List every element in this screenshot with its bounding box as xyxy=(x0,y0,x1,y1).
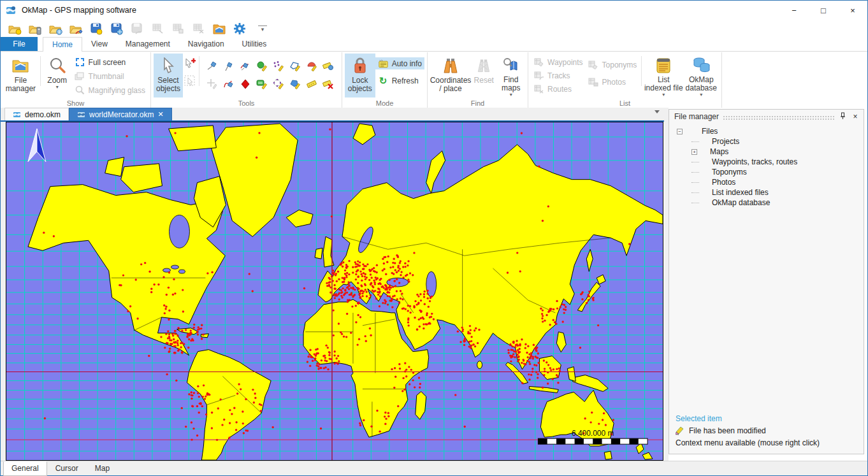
grid-3-icon[interactable] xyxy=(191,21,207,36)
status-tab-map[interactable]: Map xyxy=(87,461,118,476)
doc-icon xyxy=(77,111,85,119)
draw-polygon-icon[interactable] xyxy=(287,57,303,75)
close-button[interactable]: × xyxy=(838,1,867,20)
tracks-button[interactable]: Tracks xyxy=(531,69,586,82)
rect-select-icon[interactable] xyxy=(183,74,197,88)
pencil-icon xyxy=(676,426,684,435)
close-tab-icon[interactable]: ✕ xyxy=(157,110,163,119)
tree-item[interactable]: OkMap database xyxy=(669,198,864,208)
status-tab-cursor[interactable]: Cursor xyxy=(47,461,87,476)
delete-measure-icon[interactable] xyxy=(320,75,336,93)
title-bar: OkMap - GPS mapping software − □ × xyxy=(1,1,867,20)
draw-sector-icon[interactable] xyxy=(303,57,320,75)
folder-home-icon[interactable] xyxy=(211,21,228,36)
routes-button[interactable]: Routes xyxy=(531,83,586,95)
draw-shape-icon[interactable] xyxy=(287,75,303,93)
tree-item[interactable]: List indexed files xyxy=(669,187,864,198)
zoom-magnifier-icon xyxy=(48,56,66,75)
draw-track-icon[interactable] xyxy=(221,75,237,93)
tree-item-label[interactable]: OkMap database xyxy=(712,198,770,207)
okmap-database-button[interactable]: OkMap database ▾ xyxy=(683,54,719,97)
toponyms-button[interactable]: Toponyms xyxy=(586,59,640,71)
group-label-show: Show xyxy=(1,99,150,107)
measure-line-icon[interactable] xyxy=(204,57,221,75)
group-find: Coordinates / place Reset Find maps ▾ Fi… xyxy=(428,52,528,108)
select-objects-button[interactable]: Select objects xyxy=(154,54,183,97)
zoom-button[interactable]: Zoom ▾ xyxy=(43,54,72,97)
map-canvas[interactable]: 6.400.000 m xyxy=(6,122,663,460)
tab-list-chevron-icon[interactable] xyxy=(655,110,660,113)
tab-utilities[interactable]: Utilities xyxy=(233,37,276,51)
document-tab-strip: demo.okm worldMercator.okm ✕ xyxy=(1,108,669,122)
tree-item-label[interactable]: Files xyxy=(702,127,718,136)
tree-item-label[interactable]: Toponyms xyxy=(712,168,747,177)
status-tab-general[interactable]: General xyxy=(3,461,47,476)
tab-view[interactable]: View xyxy=(82,37,117,51)
settings-gear-icon[interactable] xyxy=(231,21,248,36)
auto-info-button[interactable]: Auto info xyxy=(375,57,424,69)
tree-item[interactable]: Photos xyxy=(669,177,864,187)
tree-item[interactable]: Toponyms xyxy=(669,167,864,177)
add-select-icon[interactable] xyxy=(183,56,197,70)
tree-item-label[interactable]: Maps xyxy=(710,147,728,156)
tree-item-label[interactable]: Photos xyxy=(712,178,735,187)
tree-item[interactable]: Waypoints, tracks, routes xyxy=(669,157,864,167)
reset-button[interactable]: Reset xyxy=(471,54,497,97)
tab-home[interactable]: Home xyxy=(43,37,82,52)
tree-item[interactable]: −Files xyxy=(669,126,864,136)
open-project-icon[interactable] xyxy=(7,21,24,36)
binoculars-icon xyxy=(441,56,460,75)
doc-tab-demo[interactable]: demo.okm xyxy=(4,108,69,120)
draw-route-icon[interactable] xyxy=(237,57,254,75)
move-crosshair-icon[interactable] xyxy=(204,75,221,93)
waypoint-flag-icon[interactable] xyxy=(221,57,237,75)
tree-item-label[interactable]: Projects xyxy=(712,137,739,146)
grid-2-icon[interactable] xyxy=(170,21,187,36)
save-track-icon[interactable] xyxy=(129,21,146,36)
photos-button[interactable]: Photos xyxy=(586,76,640,88)
waypoints-button[interactable]: Waypoints xyxy=(531,56,586,68)
draw-circle-icon[interactable] xyxy=(270,75,287,93)
binoculars-gray-icon xyxy=(475,56,492,75)
save-web-icon[interactable] xyxy=(109,21,126,36)
close-panel-icon[interactable]: × xyxy=(851,112,860,121)
pin-icon[interactable] xyxy=(838,112,847,122)
expand-icon[interactable]: + xyxy=(691,149,697,155)
doc-tab-worldmercator[interactable]: worldMercator.okm ✕ xyxy=(69,108,172,120)
modified-text: File has been modified xyxy=(689,426,766,435)
coordinates-place-button[interactable]: Coordinates / place xyxy=(430,54,471,97)
file-manager-button[interactable]: File manager xyxy=(3,54,38,97)
tab-file[interactable]: File xyxy=(1,37,38,51)
maximize-button[interactable]: □ xyxy=(809,1,838,20)
tree-item[interactable]: Projects xyxy=(669,136,864,147)
open-web-icon[interactable] xyxy=(48,21,64,36)
collapse-icon[interactable]: − xyxy=(677,129,683,134)
tracks-icon xyxy=(533,70,544,81)
magnifying-glass-button[interactable]: Magnifying glass xyxy=(72,84,148,96)
save-waypoint-icon[interactable] xyxy=(89,21,105,36)
measure-ruler-icon[interactable] xyxy=(320,57,336,75)
draw-area-icon[interactable] xyxy=(254,57,270,75)
open-track-icon[interactable] xyxy=(68,21,85,36)
refresh-button[interactable]: ↻ Refresh xyxy=(375,75,424,87)
customize-chevron-icon[interactable]: ▾ xyxy=(258,25,267,32)
full-screen-button[interactable]: Full screen xyxy=(72,56,148,68)
tree-item-label[interactable]: List indexed files xyxy=(712,188,769,197)
list-indexed-file-button[interactable]: List indexed file ▾ xyxy=(644,54,683,97)
draw-points-icon[interactable] xyxy=(270,57,287,75)
tab-navigation[interactable]: Navigation xyxy=(179,37,233,51)
tree-item[interactable]: +Maps xyxy=(669,147,864,157)
find-maps-button[interactable]: Find maps ▾ xyxy=(497,54,525,97)
grid-1-icon[interactable] xyxy=(150,21,166,36)
open-device-icon[interactable] xyxy=(27,21,44,36)
panel-title: File manager xyxy=(674,112,719,121)
ruler-icon[interactable] xyxy=(303,75,320,93)
draw-note-icon[interactable] xyxy=(254,75,270,93)
red-diamond-icon[interactable] xyxy=(237,75,254,93)
tree-item-label[interactable]: Waypoints, tracks, routes xyxy=(712,157,797,166)
lock-objects-button[interactable]: Lock objects xyxy=(345,54,375,97)
minimize-button[interactable]: − xyxy=(779,1,809,20)
group-label-list: List xyxy=(528,99,721,107)
tab-management[interactable]: Management xyxy=(117,37,179,51)
thumbnail-button[interactable]: Thumbnail xyxy=(72,70,148,82)
